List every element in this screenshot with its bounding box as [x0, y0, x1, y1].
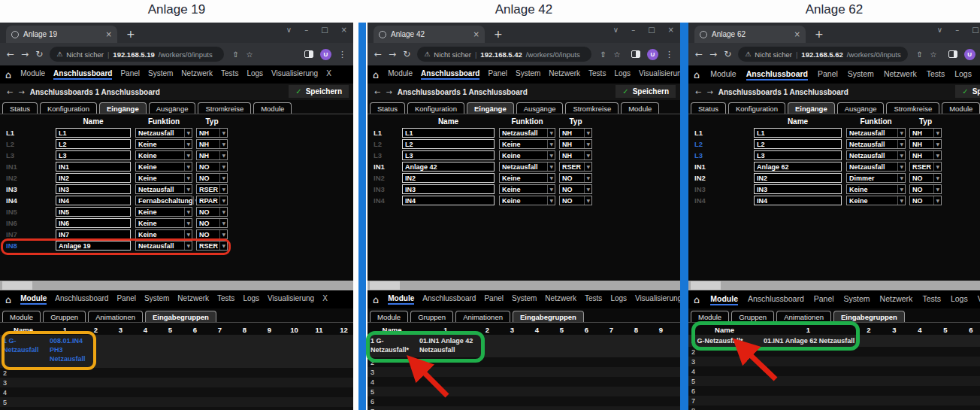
breadcrumb-forward-icon[interactable]: →	[706, 88, 712, 96]
group-row-3[interactable]: 3	[368, 367, 680, 377]
name-input[interactable]: L2	[754, 139, 842, 149]
nav-item-netzwerk[interactable]: Netzwerk	[884, 69, 917, 80]
group-row-7[interactable]: 7	[368, 406, 680, 410]
nav-bottom-item-module[interactable]: Module	[710, 294, 738, 305]
funktion-select[interactable]: Keine▼	[135, 207, 192, 217]
nav-item-x[interactable]: X	[326, 69, 331, 80]
name-input[interactable]: L1	[56, 128, 131, 138]
window-maximize-icon[interactable]: □	[648, 26, 655, 34]
tab-stromkreise[interactable]: Stromkreise	[198, 102, 251, 114]
tab-ausg-nge[interactable]: Ausgänge	[149, 102, 196, 114]
typ-select[interactable]: NH▼	[909, 139, 942, 149]
name-input[interactable]: Anlage 42	[402, 162, 495, 172]
tab-eing-nge[interactable]: Eingänge	[99, 102, 147, 114]
nav-bottom-item-panel[interactable]: Panel	[484, 294, 504, 305]
typ-select[interactable]: RSER▼	[196, 184, 228, 194]
module-tab-animationen[interactable]: Animationen	[455, 311, 510, 322]
typ-select[interactable]: NH▼	[559, 150, 592, 160]
group-row-4[interactable]: 4	[0, 387, 353, 397]
nav-item-module[interactable]: Module	[388, 69, 413, 80]
nav-bottom-item-system[interactable]: System	[844, 294, 870, 305]
nav-item-module[interactable]: Module	[710, 69, 736, 80]
profile-avatar[interactable]: U	[320, 49, 331, 60]
tab-ausg-nge[interactable]: Ausgänge	[837, 102, 885, 114]
group-input-cell[interactable]: 01.IN1 Anlage 42Netzausfall	[416, 336, 475, 356]
home-icon[interactable]: ⌂	[5, 294, 11, 305]
group-name-cell[interactable]: 1 G-Netzausfall*	[368, 336, 416, 356]
funktion-select[interactable]: Netzausfall▼	[499, 162, 555, 172]
nav-bottom-item-tests[interactable]: Tests	[585, 294, 602, 305]
typ-select[interactable]: RSER▼	[909, 162, 942, 172]
typ-select[interactable]: NO▼	[196, 162, 228, 172]
funktion-select[interactable]: Keine▼	[499, 173, 555, 183]
tab-close-icon[interactable]: ×	[794, 30, 800, 38]
bookmark-star-icon[interactable]: ☆	[930, 50, 937, 59]
name-input[interactable]: IN3	[402, 184, 495, 194]
share-icon[interactable]: ⇧	[600, 50, 606, 59]
name-input[interactable]: Anlage 62	[754, 162, 842, 172]
reload-icon[interactable]: ↻	[403, 49, 410, 59]
name-input[interactable]: L3	[402, 150, 495, 160]
nav-item-anschlussboard[interactable]: Anschlussboard	[53, 69, 112, 80]
name-input[interactable]: L3	[56, 150, 131, 160]
typ-select[interactable]: NO▼	[196, 207, 228, 217]
back-icon[interactable]: ←	[7, 49, 14, 59]
breadcrumb-forward-icon[interactable]: →	[18, 88, 24, 96]
module-tab-module[interactable]: Module	[691, 311, 729, 322]
name-input[interactable]: Anlage 19	[56, 241, 131, 251]
browser-menu-icon[interactable]: ⋮	[665, 50, 673, 59]
tab-ausg-nge[interactable]: Ausgänge	[516, 102, 564, 114]
nav-bottom-item-panel[interactable]: Panel	[116, 294, 136, 305]
funktion-select[interactable]: Keine▼	[135, 173, 192, 183]
module-tab-eingabegruppen[interactable]: Eingabegruppen	[513, 311, 584, 322]
name-input[interactable]: IN1	[56, 162, 131, 172]
new-tab-button[interactable]: +	[494, 26, 503, 43]
module-tab-module[interactable]: Module	[2, 311, 41, 322]
window-close-icon[interactable]: ×	[668, 26, 674, 34]
window-splitter[interactable]	[368, 281, 680, 290]
tab-module[interactable]: Module	[621, 102, 659, 114]
group-row-1[interactable]: 1 G-Netzausfall008.01.IN4PH3Netzausfall	[0, 335, 353, 368]
nav-bottom-item-tests[interactable]: Tests	[217, 294, 234, 305]
name-input[interactable]: L1	[754, 128, 842, 138]
nav-bottom-item-panel[interactable]: Panel	[814, 294, 834, 305]
name-input[interactable]: IN6	[56, 218, 131, 228]
module-tab-gruppen[interactable]: Gruppen	[731, 311, 774, 322]
group-row-5[interactable]: 5	[688, 376, 980, 386]
window-minimize-icon[interactable]: –	[955, 26, 959, 34]
side-panel-icon[interactable]	[631, 50, 640, 58]
typ-select[interactable]: NH▼	[196, 128, 228, 138]
tab-module[interactable]: Module	[942, 102, 980, 114]
reload-icon[interactable]: ↻	[724, 49, 731, 59]
funktion-select[interactable]: Keine▼	[135, 218, 192, 228]
module-tab-eingabegruppen[interactable]: Eingabegruppen	[833, 311, 905, 322]
nav-item-logs[interactable]: Logs	[954, 69, 972, 80]
nav-item-system[interactable]: System	[516, 69, 540, 80]
save-button[interactable]: ✓ Speichern	[955, 85, 980, 98]
new-tab-button[interactable]: +	[126, 26, 135, 43]
funktion-select[interactable]: Keine▼	[135, 229, 192, 239]
nav-bottom-item-visualisierung[interactable]: Visualisierung	[635, 294, 680, 305]
breadcrumb-back-icon[interactable]: ←	[7, 88, 13, 96]
group-row-2[interactable]: 2	[688, 347, 980, 357]
profile-avatar[interactable]: U	[964, 49, 975, 60]
funktion-select[interactable]: Netzausfall▼	[135, 241, 192, 251]
funktion-select[interactable]: Netzausfall▼	[846, 139, 906, 149]
funktion-select[interactable]: Keine▼	[135, 162, 192, 172]
forward-icon[interactable]: →	[389, 49, 396, 59]
nav-bottom-item-netzwerk[interactable]: Netzwerk	[177, 294, 209, 305]
nav-bottom-item-visualisierung[interactable]: Visualisierung	[268, 294, 314, 305]
nav-bottom-item-anschlussboard[interactable]: Anschlussboard	[422, 294, 476, 305]
group-input-cell[interactable]: 008.01.IN4PH3Netzausfall	[47, 336, 83, 366]
browser-tab[interactable]: Anlage 19 ×	[6, 26, 117, 43]
side-panel-icon[interactable]	[948, 50, 957, 58]
name-input[interactable]: L3	[754, 150, 842, 160]
funktion-select[interactable]: Keine▼	[499, 150, 555, 160]
tab-stromkreise[interactable]: Stromkreise	[565, 102, 619, 114]
funktion-select[interactable]: Fernabschaltung▼	[135, 196, 192, 205]
tab-konfiguration[interactable]: Konfiguration	[407, 102, 464, 114]
browser-tab[interactable]: Anlage 62 ×	[694, 26, 806, 43]
module-tab-gruppen[interactable]: Gruppen	[43, 311, 86, 322]
module-tab-gruppen[interactable]: Gruppen	[410, 311, 453, 322]
tab-stromkreise[interactable]: Stromkreise	[886, 102, 939, 114]
